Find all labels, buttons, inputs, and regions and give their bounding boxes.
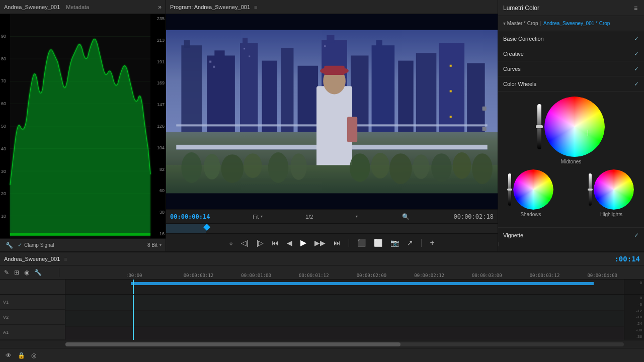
track-header-a1[interactable]: A1	[0, 325, 65, 340]
svg-point-54	[389, 153, 412, 184]
go-to-in-button[interactable]: ◁|	[239, 238, 251, 248]
left-panel-header: Andrea_Sweeney_001 Metadata »	[0, 0, 166, 14]
highlights-slider[interactable]	[589, 173, 592, 206]
resolution-indicator[interactable]: 1/2	[305, 214, 313, 220]
svg-rect-63	[482, 107, 487, 111]
track-header-v1[interactable]: V1	[0, 295, 65, 310]
track-row-v2[interactable]	[65, 311, 624, 327]
timeline-ruler-marks: :00:00 00:00:00:12 00:00:01:00 00:00:01:…	[125, 265, 644, 279]
svg-point-49	[244, 153, 262, 178]
svg-rect-19	[243, 38, 248, 44]
wrench-button[interactable]: 🔧	[4, 241, 15, 250]
svg-rect-35	[249, 55, 250, 57]
curves-label: Curves	[503, 66, 521, 72]
bottom-tool-2[interactable]: 🔒	[16, 351, 27, 360]
svg-point-53	[371, 153, 389, 178]
fit-dropdown[interactable]: Fit ▾	[253, 214, 263, 220]
svg-point-55	[413, 154, 429, 179]
track-area	[65, 295, 624, 340]
export-button[interactable]: ↗	[405, 238, 415, 248]
step-forward-button[interactable]: ⏭	[332, 238, 343, 248]
highlights-color-wheel[interactable]	[594, 169, 634, 210]
shadows-slider-thumb[interactable]	[507, 189, 512, 191]
curves-section[interactable]: Curves ✓	[498, 61, 644, 76]
waveform-svg	[0, 14, 166, 238]
forward-button[interactable]: ▶▶	[312, 238, 328, 248]
svg-rect-24	[327, 35, 334, 42]
svg-rect-26	[372, 45, 395, 132]
wrench-tool[interactable]: 🔧	[33, 268, 43, 277]
vignette-section[interactable]: Vignette ✓	[498, 227, 644, 242]
program-controls-bar: 00:00:00:14 Fit ▾ 1/2 ▾ 🔍 00:00:02:18	[166, 209, 498, 223]
bit-depth[interactable]: 8 Bit	[147, 242, 157, 248]
lumetri-tabs: ▾ Master * Crop | Andrea_Sweeney_001 * C…	[498, 16, 644, 31]
clamp-signal-toggle[interactable]: ✓ Clamp Signal	[18, 242, 54, 248]
marker-tool[interactable]: ◉	[23, 268, 30, 277]
midtones-slider-thumb[interactable]	[536, 125, 543, 128]
timeline-menu-icon[interactable]: ≡	[64, 256, 67, 262]
svg-rect-17	[214, 50, 224, 58]
lumetri-menu-button[interactable]: ≡	[632, 4, 639, 13]
svg-point-48	[221, 154, 244, 183]
metadata-tab[interactable]: Metadata	[66, 4, 89, 10]
svg-point-57	[453, 152, 471, 179]
mark-in-button[interactable]: ⬦	[227, 238, 235, 248]
timeline-panel: Andrea_Sweeney_001 ≡ :00:14 ✎ ⊞ ◉ 🔧 :00:…	[0, 251, 644, 362]
midtones-color-wheel[interactable]	[544, 97, 605, 157]
svg-rect-44	[347, 117, 357, 142]
track-row-v1[interactable]	[65, 295, 624, 311]
timecode-out: 00:00:02:18	[453, 213, 493, 220]
scroll-thumb[interactable]	[65, 342, 400, 346]
midtones-slider[interactable]	[537, 104, 541, 149]
midtones-label: Midtones	[561, 159, 582, 164]
shadows-slider[interactable]	[508, 173, 511, 206]
highlights-slider-thumb[interactable]	[588, 189, 593, 191]
bit-depth-arrow[interactable]: ▾	[159, 243, 162, 247]
resolution-dropdown-arrow[interactable]: ▾	[356, 214, 358, 219]
vignette-label: Vignette	[503, 232, 523, 238]
grid-tool[interactable]: ⊞	[13, 268, 20, 277]
color-wheels-label: Color Wheels	[503, 81, 536, 87]
bottom-tool-1[interactable]: 👁	[4, 351, 13, 360]
pencil-tool[interactable]: ✎	[3, 268, 10, 277]
bottom-tool-3[interactable]: ◎	[30, 351, 38, 360]
shadows-label: Shadows	[520, 212, 541, 217]
svg-point-51	[290, 153, 306, 180]
svg-rect-30	[439, 43, 464, 132]
track-row-a1[interactable]	[65, 327, 624, 340]
timeline-work-area[interactable]: 0	[0, 280, 644, 295]
program-scrub-bar[interactable]	[166, 223, 498, 233]
svg-rect-15	[184, 40, 190, 48]
svg-rect-29	[416, 53, 437, 132]
track-header-v2[interactable]: V2	[0, 310, 65, 325]
lumetri-title: Lumetri Color	[503, 5, 539, 12]
export-frame-button[interactable]: 📷	[388, 238, 401, 248]
insert-button[interactable]: ⬛	[355, 238, 368, 248]
overwrite-button[interactable]: ⬜	[372, 238, 384, 248]
go-to-out-button[interactable]: |▷	[255, 238, 266, 248]
basic-correction-check: ✓	[634, 35, 639, 42]
clip-crop-tab[interactable]: Andrea_Sweeney_001 * Crop	[543, 21, 610, 26]
creative-section[interactable]: Creative ✓	[498, 46, 644, 61]
svg-rect-40	[316, 86, 352, 177]
step-back-button[interactable]: ⏮	[270, 238, 281, 248]
svg-point-52	[350, 153, 370, 182]
timeline-scrollbar[interactable]	[0, 340, 644, 348]
program-menu-icon[interactable]: ≡	[254, 4, 257, 10]
add-button[interactable]: +	[428, 237, 436, 248]
svg-rect-31	[467, 63, 485, 132]
reverse-button[interactable]: ◀	[285, 238, 294, 248]
svg-point-46	[181, 152, 202, 183]
shadows-color-wheel[interactable]	[513, 169, 553, 210]
highlights-label: Highlights	[600, 212, 622, 217]
color-wheels-header[interactable]: Color Wheels ✓	[498, 76, 644, 92]
shadows-wheel-container: Shadows	[508, 169, 553, 217]
svg-rect-32	[209, 61, 211, 63]
waveform-container: 90 80 70 60 50 40 30 20 10	[0, 14, 166, 238]
master-crop-tab[interactable]: ▾ Master * Crop	[503, 21, 538, 26]
basic-correction-section[interactable]: Basic Correction ✓	[498, 31, 644, 46]
waveform-bottom-bar: 🔧 ✓ Clamp Signal 8 Bit ▾	[0, 238, 166, 251]
expand-icon[interactable]: »	[158, 4, 162, 11]
zoom-button[interactable]: 🔍	[400, 212, 411, 221]
play-button[interactable]: ▶	[298, 237, 308, 248]
